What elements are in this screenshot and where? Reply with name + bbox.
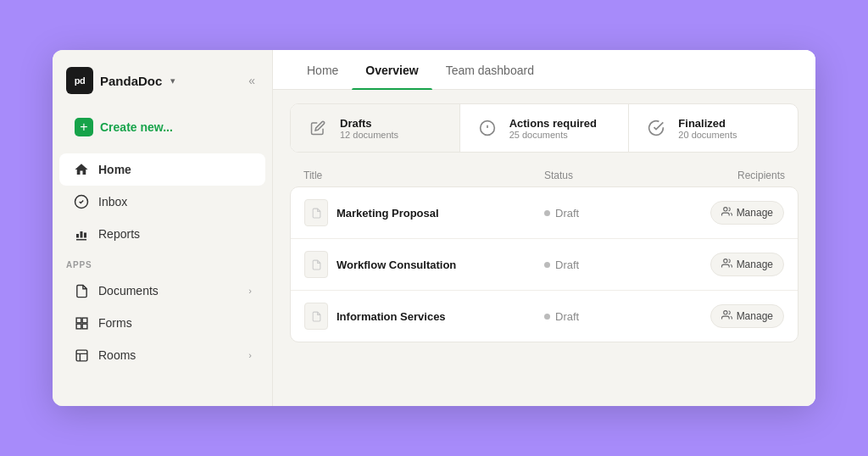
manage-button-info-services[interactable]: Manage [710, 304, 784, 328]
logo-name: PandaDoc [100, 74, 162, 88]
finalized-icon [644, 116, 668, 140]
plus-icon: + [75, 118, 93, 136]
row-recipients-workflow: Manage [665, 253, 785, 276]
stat-card-finalized[interactable]: Finalized 20 documents [629, 104, 798, 152]
sidebar-item-rooms[interactable]: Rooms › [66, 339, 259, 371]
row-recipients-info-services: Manage [665, 304, 785, 328]
sidebar-item-reports[interactable]: Reports [59, 218, 265, 250]
stat-card-actions[interactable]: Actions required 25 documents [460, 104, 630, 152]
sidebar-item-home[interactable]: Home [59, 153, 265, 186]
create-new-label: Create new... [100, 120, 173, 134]
table-row: Information Services Draft Manage [291, 291, 798, 342]
tab-overview[interactable]: Overview [352, 50, 431, 89]
manage-button-marketing[interactable]: Manage [710, 201, 784, 225]
apps-section-label: APPS [66, 260, 259, 270]
row-title-marketing: Marketing Proposal [304, 199, 544, 226]
stat-card-drafts[interactable]: Drafts 12 documents [291, 104, 460, 152]
col-recipients-header: Recipients [665, 170, 785, 181]
tab-team-dashboard[interactable]: Team dashboard [432, 50, 548, 89]
table-row: Workflow Consultation Draft Manage [291, 239, 798, 291]
row-status-workflow: Draft [544, 259, 665, 271]
stat-info-finalized: Finalized 20 documents [678, 117, 737, 140]
sidebar-header: pd PandaDoc ▾ « [53, 50, 272, 108]
tab-home[interactable]: Home [293, 50, 352, 89]
stat-title-finalized: Finalized [678, 117, 737, 130]
stats-row: Drafts 12 documents Actions required 25 … [290, 103, 798, 153]
logo-chevron-icon: ▾ [170, 75, 175, 86]
main-content: Drafts 12 documents Actions required 25 … [273, 90, 815, 406]
svg-rect-3 [76, 324, 81, 329]
doc-file-icon [304, 199, 328, 226]
row-recipients-marketing: Manage [665, 201, 785, 225]
documents-icon [73, 282, 90, 299]
manage-users-icon [721, 309, 732, 323]
rooms-icon [73, 347, 90, 364]
sidebar-item-forms-label: Forms [98, 316, 132, 330]
main-tabs: Home Overview Team dashboard [273, 50, 815, 90]
forms-icon [73, 314, 90, 331]
rooms-chevron-icon: › [248, 350, 252, 360]
sidebar-item-documents[interactable]: Documents › [66, 275, 259, 307]
app-window: pd PandaDoc ▾ « + Create new... Home Inb… [53, 50, 815, 406]
row-title-info-services: Information Services [304, 303, 544, 330]
sidebar-collapse-button[interactable]: « [245, 70, 259, 91]
status-dot-icon [544, 314, 550, 320]
sidebar-item-documents-label: Documents [98, 284, 159, 298]
stat-sub-drafts: 12 documents [340, 130, 398, 140]
logo-icon: pd [66, 67, 93, 94]
sidebar-item-inbox[interactable]: Inbox [59, 186, 265, 218]
col-status-header: Status [544, 170, 665, 181]
svg-point-13 [723, 311, 726, 314]
actions-icon [476, 116, 499, 140]
svg-point-12 [723, 259, 726, 263]
sidebar-item-rooms-label: Rooms [98, 348, 136, 362]
col-title-header: Title [303, 170, 544, 181]
sidebar-item-inbox-label: Inbox [98, 195, 127, 209]
table-row: Marketing Proposal Draft Manage [291, 187, 798, 239]
sidebar: pd PandaDoc ▾ « + Create new... Home Inb… [53, 50, 273, 406]
svg-rect-1 [76, 318, 81, 323]
table-rows: Marketing Proposal Draft Manage [290, 186, 798, 342]
stat-sub-finalized: 20 documents [678, 130, 737, 140]
apps-section: APPS Documents › Forms Rooms › [53, 260, 272, 371]
inbox-icon [73, 193, 90, 210]
doc-file-icon [304, 303, 328, 330]
status-dot-icon [544, 262, 550, 268]
row-status-info-services: Draft [544, 310, 665, 323]
svg-rect-2 [82, 318, 87, 323]
create-new-button[interactable]: + Create new... [63, 111, 262, 143]
stat-sub-actions: 25 documents [509, 130, 597, 140]
home-icon [73, 161, 90, 178]
manage-users-icon [721, 206, 732, 220]
stat-title-actions: Actions required [509, 117, 597, 130]
main-panel: Home Overview Team dashboard Drafts 12 d… [273, 50, 815, 406]
manage-users-icon [721, 258, 732, 271]
sidebar-logo[interactable]: pd PandaDoc ▾ [66, 67, 175, 94]
table-header: Title Status Recipients [290, 166, 798, 186]
documents-chevron-icon: › [248, 286, 252, 296]
sidebar-item-home-label: Home [98, 163, 131, 176]
svg-point-11 [723, 208, 726, 211]
stat-info-actions: Actions required 25 documents [509, 117, 597, 140]
status-dot-icon [544, 210, 550, 216]
svg-rect-4 [82, 324, 87, 329]
stat-info-drafts: Drafts 12 documents [340, 117, 398, 140]
doc-file-icon [304, 251, 328, 278]
manage-button-workflow[interactable]: Manage [710, 253, 784, 276]
stat-title-drafts: Drafts [340, 117, 398, 130]
drafts-icon [306, 116, 330, 140]
row-title-workflow: Workflow Consultation [304, 251, 544, 278]
svg-rect-5 [76, 350, 87, 361]
row-status-marketing: Draft [544, 207, 665, 220]
reports-icon [73, 225, 90, 242]
sidebar-item-reports-label: Reports [98, 227, 140, 241]
sidebar-item-forms[interactable]: Forms [66, 307, 259, 339]
